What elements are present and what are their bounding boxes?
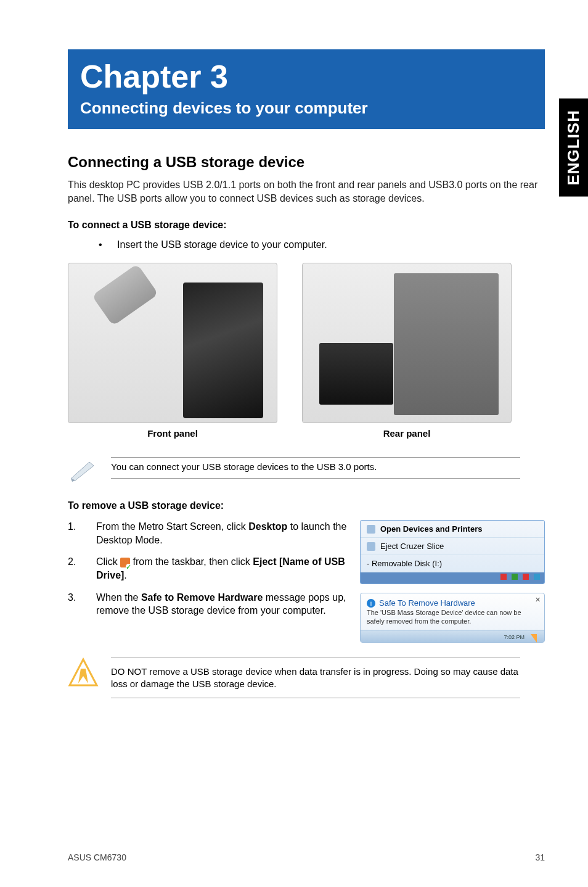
step-1-pre: From the Metro Start Screen, click (96, 521, 248, 532)
step-3-pre: When the (96, 592, 141, 603)
tray-icon (534, 574, 540, 580)
menu-eject-drive[interactable]: Eject Cruzer Slice (361, 538, 544, 555)
step-3: 3. When the Safe to Remove Hardware mess… (68, 591, 348, 617)
warning-text: DO NOT remove a USB storage device when … (111, 658, 520, 699)
step-2-pre: Click (96, 556, 120, 567)
tray-icon (512, 574, 518, 580)
balloon-time: 7:02 PM (504, 634, 525, 640)
section-body: This desktop PC provides USB 2.0/1.1 por… (68, 178, 545, 205)
balloon-pointer-icon (531, 634, 537, 643)
front-panel-label: Front panel (68, 428, 277, 439)
balloon-title-row: i Safe To Remove Hardware (367, 598, 538, 608)
chapter-subtitle: Connecting devices to your computer (80, 99, 533, 118)
step-2-mid: from the taskbar, then click (130, 556, 253, 567)
chapter-header: Chapter 3 Connecting devices to your com… (68, 49, 545, 129)
drive-icon (367, 542, 375, 551)
remove-subhead: To remove a USB storage device: (68, 500, 545, 511)
chapter-title: Chapter 3 (80, 58, 533, 95)
step-1-bold: Desktop (248, 521, 287, 532)
menu-disk-label: - Removable Disk (I:) (367, 559, 442, 568)
menu-open-devices[interactable]: Open Devices and Printers (361, 521, 544, 538)
step-3-bold: Safe to Remove Hardware (141, 592, 263, 603)
section-heading: Connecting a USB storage device (68, 154, 545, 171)
tray-icon (500, 574, 507, 580)
connect-subhead: To connect a USB storage device: (68, 220, 545, 231)
note-row: You can connect your USB storage devices… (68, 457, 545, 482)
usb-tray-icon (120, 558, 130, 567)
tray-icon (523, 574, 529, 580)
safe-remove-balloon: ✕ i Safe To Remove Hardware The 'USB Mas… (360, 593, 545, 643)
eject-menu-screenshot: Open Devices and Printers Eject Cruzer S… (360, 520, 545, 584)
balloon-title: Safe To Remove Hardware (379, 598, 475, 608)
step-2-post: . (124, 570, 126, 580)
warning-row: DO NOT remove a USB storage device when … (68, 658, 545, 699)
menu-eject-label: Eject Cruzer Slice (380, 542, 444, 551)
page-footer: ASUS CM6730 31 (68, 852, 545, 862)
footer-model: ASUS CM6730 (68, 852, 126, 862)
pencil-icon (68, 457, 99, 482)
connect-bullet: •Insert the USB storage device to your c… (99, 239, 545, 250)
menu-removable-disk[interactable]: - Removable Disk (I:) (361, 555, 544, 572)
balloon-message: The 'USB Mass Storage Device' device can… (367, 609, 538, 626)
front-panel-image (68, 263, 277, 423)
rear-panel-image (302, 263, 512, 423)
bullet-dot: • (99, 239, 117, 250)
step-2: 2. Click from the taskbar, then click Ej… (68, 555, 348, 582)
remove-steps: 1. From the Metro Start Screen, click De… (68, 520, 348, 643)
info-icon: i (367, 599, 375, 608)
menu-open-devices-label: Open Devices and Printers (380, 524, 482, 534)
taskbar-tray (361, 572, 544, 584)
panel-images (68, 263, 545, 423)
devices-icon (367, 525, 375, 534)
step-2-num: 2. (68, 555, 76, 569)
step-1-num: 1. (68, 520, 76, 534)
footer-page-number: 31 (535, 852, 545, 862)
connect-bullet-text: Insert the USB storage device to your co… (117, 239, 327, 250)
step-1: 1. From the Metro Start Screen, click De… (68, 520, 348, 547)
panel-labels: Front panel Rear panel (68, 428, 545, 439)
step-3-num: 3. (68, 591, 76, 604)
rear-panel-label: Rear panel (302, 428, 512, 439)
balloon-close-icon[interactable]: ✕ (535, 596, 541, 604)
note-text: You can connect your USB storage devices… (111, 457, 520, 479)
language-tab: ENGLISH (559, 99, 588, 197)
warning-icon (68, 658, 99, 688)
